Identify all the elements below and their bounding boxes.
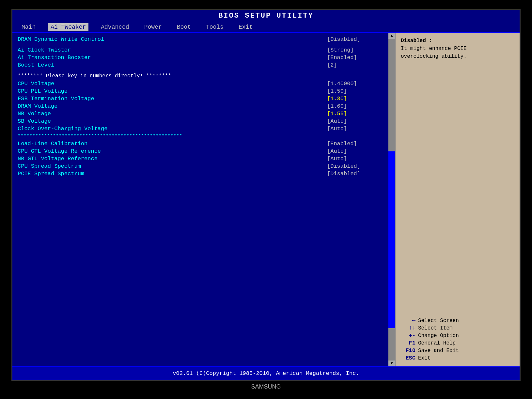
scroll-track (388, 39, 395, 361)
content-area: DRAM Dynamic Write Control[Disabled]Ai C… (12, 33, 520, 366)
bios-title: BIOS SETUP UTILITY (12, 10, 520, 22)
setting-label: Boost Level (18, 62, 327, 68)
setting-value: [Auto] (327, 148, 386, 154)
list-item[interactable]: Ai Transaction Booster[Enabled] (18, 54, 386, 61)
setting-value: [2] (327, 62, 386, 68)
list-item[interactable]: Ai Clock Twister[Strong] (18, 46, 386, 54)
list-item[interactable]: DRAM Dynamic Write Control[Disabled] (18, 36, 386, 43)
setting-value: [Disabled] (327, 36, 386, 42)
menu-bar: Main Ai Tweaker Advanced Power Boot Tool… (12, 22, 520, 33)
setting-value: [Enabled] (327, 141, 386, 147)
setting-label: CPU Voltage (18, 81, 327, 87)
key-desc-save-exit: Save and Exit (418, 348, 459, 354)
setting-label: FSB Termination Voltage (18, 96, 327, 102)
setting-value: [1.40000] (327, 81, 386, 87)
list-item[interactable]: SB Voltage[Auto] (18, 117, 386, 125)
help-section: Disabled : It might enhance PCIE overclo… (401, 37, 514, 60)
key-esc: ESC Exit (401, 355, 514, 361)
list-item[interactable]: DRAM Voltage[1.60] (18, 102, 386, 110)
setting-value: [Strong] (327, 47, 386, 53)
help-line-2: overclocking ability. (401, 54, 467, 59)
key-desc-select-item: Select Item (418, 325, 453, 331)
menu-power[interactable]: Power (142, 23, 164, 31)
setting-label: SB Voltage (18, 118, 327, 124)
scroll-up-arrow[interactable]: ▲ (388, 33, 395, 39)
key-f10: F10 Save and Exit (401, 347, 514, 354)
key-symbol-arrows-ud: ↑↓ (401, 325, 415, 331)
key-symbol-f10: F10 (401, 347, 415, 354)
key-symbol-plus-minus: +- (401, 332, 415, 339)
list-item[interactable]: CPU Spread Spectrum[Disabled] (18, 162, 386, 170)
setting-label: DRAM Dynamic Write Control (18, 36, 327, 42)
list-item[interactable]: Load-Line Calibration[Enabled] (18, 140, 386, 147)
setting-value: [Disabled] (327, 163, 386, 169)
setting-value: [Auto] (327, 126, 386, 132)
setting-label: PCIE Spread Spectrum (18, 171, 327, 177)
setting-value: [Auto] (327, 156, 386, 162)
samsung-label: SAMSUNG (251, 381, 281, 390)
key-symbol-esc: ESC (401, 355, 415, 361)
key-desc-exit: Exit (418, 355, 430, 361)
setting-label: CPU Spread Spectrum (18, 163, 327, 169)
setting-value: [Enabled] (327, 54, 386, 61)
list-item[interactable]: Clock Over-Charging Voltage[Auto] (18, 125, 386, 132)
key-desc-general-help: General Help (418, 340, 456, 346)
key-f1: F1 General Help (401, 340, 514, 346)
setting-label: DRAM Voltage (18, 103, 327, 109)
setting-value: [1.30] (327, 96, 386, 102)
right-panel: Disabled : It might enhance PCIE overclo… (396, 33, 520, 366)
keys-section: ↔ Select Screen ↑↓ Select Item +- Change… (401, 317, 514, 362)
key-change-option: +- Change Option (401, 332, 514, 339)
bios-footer: v02.61 (C)Copyright 1985-2010, American … (12, 366, 520, 380)
list-item[interactable]: NB Voltage[1.55] (18, 110, 386, 117)
menu-main[interactable]: Main (19, 23, 38, 31)
setting-label: Ai Transaction Booster (18, 54, 327, 61)
setting-label: CPU GTL Voltage Reference (18, 148, 327, 154)
setting-label: Clock Over-Charging Voltage (18, 126, 327, 132)
list-item[interactable]: NB GTL Voltage Reference[Auto] (18, 155, 386, 162)
setting-label: NB Voltage (18, 111, 327, 117)
list-item[interactable]: CPU PLL Voltage[1.50] (18, 87, 386, 95)
list-item[interactable]: PCIE Spread Spectrum[Disabled] (18, 170, 386, 177)
key-select-item: ↑↓ Select Item (401, 325, 514, 331)
menu-advanced[interactable]: Advanced (98, 23, 132, 31)
setting-value: [Auto] (327, 118, 386, 124)
menu-ai-tweaker[interactable]: Ai Tweaker (48, 23, 88, 31)
setting-value: [1.55] (327, 111, 386, 117)
list-item[interactable]: FSB Termination Voltage[1.30] (18, 95, 386, 102)
key-desc-change-option: Change Option (418, 333, 459, 339)
setting-label: CPU PLL Voltage (18, 88, 327, 94)
scrollbar[interactable]: ▲ ▼ (388, 33, 395, 366)
setting-value: [1.60] (327, 103, 386, 109)
separator-row: ****************************************… (18, 132, 386, 140)
list-item[interactable]: CPU Voltage[1.40000] (18, 80, 386, 87)
notice-row: ******** Please key in numbers directly!… (18, 72, 386, 80)
list-item[interactable]: Boost Level[2] (18, 61, 386, 69)
help-line-1: It might enhance PCIE (401, 46, 467, 52)
key-symbol-f1: F1 (401, 340, 415, 346)
scroll-thumb (388, 151, 395, 328)
key-select-screen: ↔ Select Screen (401, 317, 514, 324)
setting-label: NB GTL Voltage Reference (18, 156, 327, 162)
bios-window: BIOS SETUP UTILITY Main Ai Tweaker Advan… (11, 9, 521, 381)
main-panel: DRAM Dynamic Write Control[Disabled]Ai C… (12, 33, 396, 366)
help-title: Disabled : (401, 38, 432, 44)
menu-tools[interactable]: Tools (203, 23, 226, 31)
setting-value: [1.50] (327, 88, 386, 94)
list-item[interactable]: CPU GTL Voltage Reference[Auto] (18, 147, 386, 155)
setting-label: Load-Line Calibration (18, 141, 327, 147)
menu-exit[interactable]: Exit (236, 23, 255, 31)
setting-value: [Disabled] (327, 171, 386, 177)
setting-label: Ai Clock Twister (18, 47, 327, 53)
key-symbol-arrows-lr: ↔ (401, 317, 415, 324)
scroll-down-arrow[interactable]: ▼ (388, 361, 395, 366)
menu-boot[interactable]: Boot (174, 23, 194, 31)
key-desc-select-screen: Select Screen (418, 318, 459, 324)
